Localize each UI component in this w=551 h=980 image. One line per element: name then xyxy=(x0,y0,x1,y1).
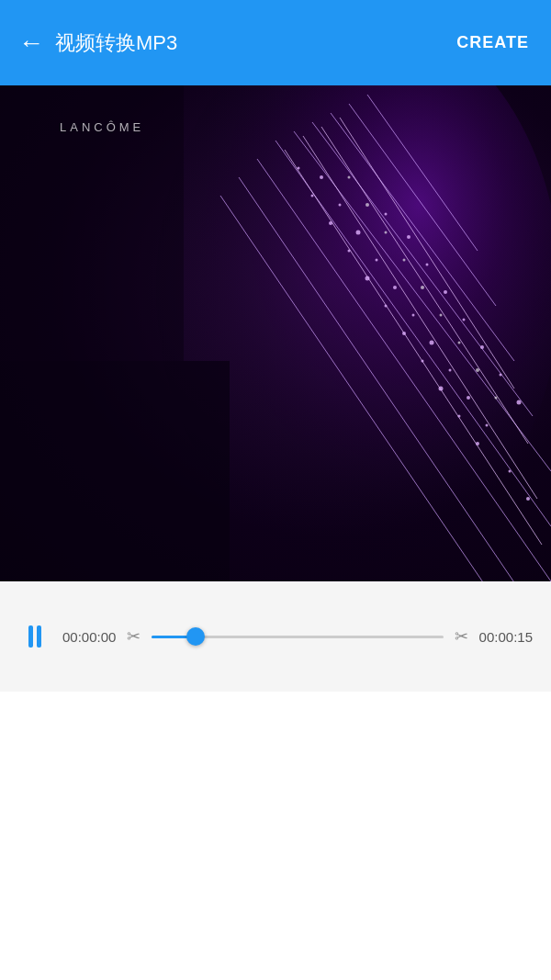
svg-point-39 xyxy=(426,264,429,266)
svg-point-48 xyxy=(403,259,406,262)
svg-point-21 xyxy=(449,369,452,372)
svg-point-20 xyxy=(430,341,434,345)
svg-point-36 xyxy=(298,167,300,170)
svg-point-25 xyxy=(329,221,332,225)
svg-point-37 xyxy=(385,213,388,216)
svg-point-24 xyxy=(311,195,314,197)
header-left: ← 视频转换MP3 xyxy=(18,29,177,57)
play-pause-button[interactable] xyxy=(18,620,51,653)
back-button[interactable]: ← xyxy=(18,30,44,56)
pause-icon xyxy=(28,625,41,648)
svg-point-41 xyxy=(463,319,466,321)
trim-start-icon[interactable]: ✂ xyxy=(127,626,141,647)
svg-rect-54 xyxy=(0,361,230,581)
svg-point-16 xyxy=(356,231,361,235)
timeline-slider[interactable] xyxy=(152,627,443,646)
video-watermark: LANCÔME xyxy=(60,120,144,134)
svg-point-51 xyxy=(458,342,461,344)
svg-point-31 xyxy=(439,387,444,391)
svg-point-28 xyxy=(385,305,388,308)
svg-point-26 xyxy=(348,250,351,253)
svg-point-14 xyxy=(320,175,323,179)
svg-point-35 xyxy=(526,497,530,501)
svg-point-53 xyxy=(495,397,498,400)
page-title: 视频转换MP3 xyxy=(55,29,177,57)
pause-bar-right xyxy=(37,625,41,648)
svg-point-30 xyxy=(422,360,424,363)
svg-point-38 xyxy=(407,235,410,239)
create-button[interactable]: CREATE xyxy=(453,26,533,60)
svg-point-42 xyxy=(480,345,484,349)
svg-point-47 xyxy=(385,231,388,234)
svg-point-49 xyxy=(421,286,424,289)
svg-point-52 xyxy=(476,368,479,372)
svg-point-40 xyxy=(444,290,447,294)
svg-point-27 xyxy=(365,276,370,281)
svg-point-17 xyxy=(376,259,378,262)
video-player[interactable]: LANCÔME xyxy=(0,85,551,581)
controls-bar: 00:00:00 ✂ ✂ 00:00:15 xyxy=(0,581,551,692)
pause-bar-left xyxy=(28,625,33,648)
svg-point-44 xyxy=(517,400,522,405)
content-area xyxy=(0,692,551,980)
svg-point-19 xyxy=(412,314,415,317)
svg-point-32 xyxy=(458,415,461,418)
slider-thumb[interactable] xyxy=(186,627,205,646)
svg-point-46 xyxy=(365,203,369,207)
svg-point-43 xyxy=(500,374,502,377)
svg-point-23 xyxy=(486,424,489,427)
time-end: 00:00:15 xyxy=(479,629,533,645)
svg-point-22 xyxy=(467,396,470,400)
svg-point-18 xyxy=(393,286,397,289)
svg-point-34 xyxy=(509,470,512,473)
svg-point-45 xyxy=(348,176,351,179)
app-header: ← 视频转换MP3 CREATE xyxy=(0,0,551,85)
svg-point-29 xyxy=(402,332,406,335)
video-overlay xyxy=(0,85,551,581)
svg-point-15 xyxy=(339,204,342,207)
time-start: 00:00:00 xyxy=(62,629,116,645)
trim-end-icon[interactable]: ✂ xyxy=(455,626,468,647)
svg-point-33 xyxy=(476,442,479,445)
svg-point-50 xyxy=(440,314,443,317)
